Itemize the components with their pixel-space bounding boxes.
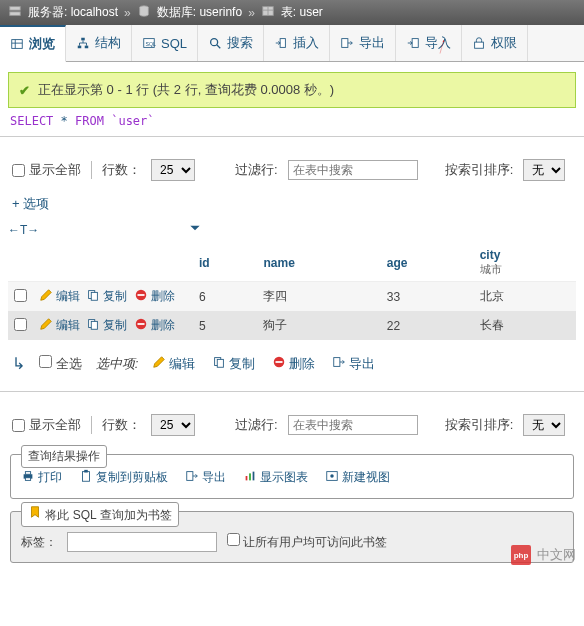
delete-icon <box>272 355 286 372</box>
import-icon <box>406 36 420 50</box>
svg-rect-37 <box>84 470 88 473</box>
show-all-checkbox-wrap[interactable]: 显示全部 <box>12 161 81 179</box>
svg-rect-10 <box>78 46 82 49</box>
breadcrumb-database[interactable]: 数据库: userinfo <box>157 4 242 21</box>
bookmark-share[interactable]: 让所有用户均可访问此书签 <box>227 533 387 551</box>
tab-export[interactable]: 导出 <box>330 25 396 61</box>
svg-rect-40 <box>249 473 251 480</box>
tab-structure[interactable]: 结构 <box>66 25 132 61</box>
bookmark-label-input[interactable] <box>67 532 217 552</box>
copy-icon <box>86 317 100 334</box>
selected-label: 选中项: <box>96 355 139 373</box>
op-print[interactable]: 打印 <box>21 469 62 486</box>
svg-rect-34 <box>25 472 30 475</box>
svg-rect-16 <box>280 39 285 48</box>
tab-sql[interactable]: SQL SQL <box>132 25 198 61</box>
bulk-copy[interactable]: 复制 <box>212 355 255 373</box>
op-new-view[interactable]: 新建视图 <box>325 469 390 486</box>
sort-select[interactable]: 无 <box>523 414 565 436</box>
options-link[interactable]: + 选项 <box>12 195 572 213</box>
col-age[interactable]: age <box>381 244 474 282</box>
svg-rect-9 <box>81 38 85 41</box>
copy-icon <box>212 355 226 372</box>
tab-insert[interactable]: 插入 <box>264 25 330 61</box>
op-export[interactable]: 导出 <box>185 469 226 486</box>
structure-icon <box>76 36 90 50</box>
cell-name: 李四 <box>257 282 380 312</box>
bookmark-box: 将此 SQL 查询加为书签 标签： 让所有用户均可访问此书签 <box>10 511 574 563</box>
op-copy-clipboard[interactable]: 复制到剪贴板 <box>79 469 168 486</box>
row-copy[interactable]: 复制 <box>86 317 127 334</box>
copy-icon <box>86 288 100 305</box>
cell-city: 长春 <box>474 311 576 340</box>
tab-search[interactable]: 搜索 <box>198 25 264 61</box>
svg-point-43 <box>330 474 334 478</box>
col-name[interactable]: name <box>257 244 380 282</box>
svg-point-14 <box>211 39 218 46</box>
svg-rect-27 <box>137 323 144 325</box>
show-all-checkbox[interactable] <box>12 419 25 432</box>
svg-rect-23 <box>137 294 144 296</box>
svg-rect-35 <box>25 478 30 481</box>
show-all-checkbox-wrap[interactable]: 显示全部 <box>12 416 81 434</box>
row-checkbox[interactable] <box>14 318 27 331</box>
export-icon <box>340 36 354 50</box>
view-icon <box>325 469 339 486</box>
sort-indicator[interactable]: ←T→ <box>8 223 58 237</box>
query-ops-box: 查询结果操作 打印 复制到剪贴板 导出 显示图表 新建视图 <box>10 454 574 499</box>
row-edit[interactable]: 编辑 <box>39 317 80 334</box>
clipboard-icon <box>79 469 93 486</box>
svg-rect-38 <box>187 472 193 481</box>
bulk-edit[interactable]: 编辑 <box>152 355 195 373</box>
svg-rect-36 <box>83 472 90 482</box>
breadcrumb-server[interactable]: 服务器: localhost <box>28 4 118 21</box>
select-all[interactable]: 全选 <box>39 355 82 373</box>
filter-input[interactable] <box>288 160 418 180</box>
export-icon <box>332 355 346 372</box>
bookmark-share-checkbox[interactable] <box>227 533 240 546</box>
svg-rect-25 <box>92 321 98 329</box>
op-chart[interactable]: 显示图表 <box>243 469 308 486</box>
breadcrumb-table[interactable]: 表: user <box>281 4 323 21</box>
print-icon <box>21 469 35 486</box>
pencil-icon <box>39 317 53 334</box>
success-icon: ✔ <box>19 83 30 98</box>
tab-import[interactable]: 导入 <box>396 25 462 61</box>
rows-select[interactable]: 25 <box>151 414 195 436</box>
sql-query-display: SELECT * FROM `user` <box>10 114 574 128</box>
rows-select[interactable]: 25 <box>151 159 195 181</box>
tab-bar: 浏览 结构 SQL SQL 搜索 插入 导出 导入 权限 <box>0 25 584 62</box>
sort-select[interactable]: 无 <box>523 159 565 181</box>
svg-line-15 <box>217 45 221 49</box>
col-id[interactable]: id <box>193 244 257 282</box>
grid-header-controls: ←T→ <box>0 221 584 240</box>
divider <box>0 136 584 137</box>
sort-dropdown-icon[interactable] <box>188 221 202 238</box>
bulk-delete[interactable]: 删除 <box>272 355 315 373</box>
bulk-export[interactable]: 导出 <box>332 355 375 373</box>
browse-icon <box>10 37 24 51</box>
result-table: id name age city 城市 编辑 复制 删除 6 李四 33 北京 … <box>8 244 576 340</box>
pencil-icon <box>39 288 53 305</box>
row-checkbox[interactable] <box>14 289 27 302</box>
delete-icon <box>134 317 148 334</box>
svg-rect-29 <box>218 359 224 367</box>
search-icon <box>208 36 222 50</box>
database-icon <box>137 4 151 21</box>
filter-input[interactable] <box>288 415 418 435</box>
tab-browse[interactable]: 浏览 <box>0 25 66 62</box>
filter-bar: 显示全部 行数： 25 过滤行: 按索引排序: 无 <box>0 153 584 187</box>
select-all-checkbox[interactable] <box>39 355 52 368</box>
row-delete[interactable]: 删除 <box>134 317 175 334</box>
sort-label: 按索引排序: <box>445 161 514 179</box>
row-copy[interactable]: 复制 <box>86 288 127 305</box>
php-logo-icon: php <box>511 545 531 565</box>
row-edit[interactable]: 编辑 <box>39 288 80 305</box>
col-city[interactable]: city 城市 <box>474 244 576 282</box>
show-all-checkbox[interactable] <box>12 164 25 177</box>
row-delete[interactable]: 删除 <box>134 288 175 305</box>
svg-rect-6 <box>12 40 23 49</box>
table-icon <box>261 4 275 21</box>
tab-privileges[interactable]: 权限 <box>462 25 528 61</box>
status-message: ✔ 正在显示第 0 - 1 行 (共 2 行, 查询花费 0.0008 秒。) <box>8 72 576 108</box>
